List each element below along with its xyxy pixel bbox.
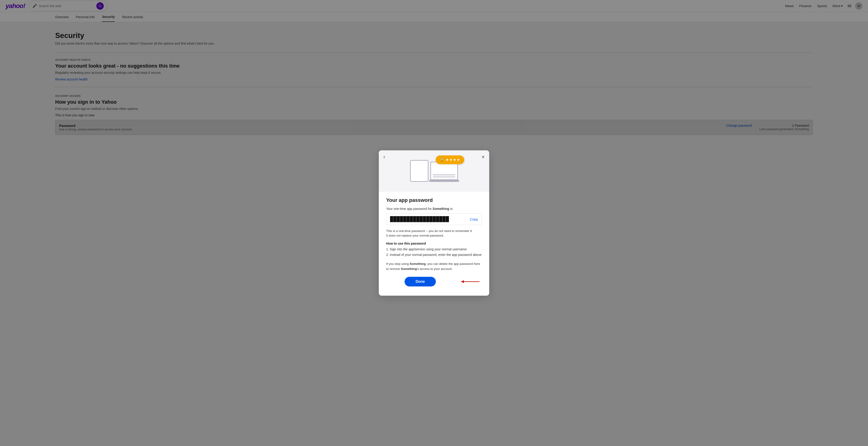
how-to-step-2: 2. Instead of your normal password, ente… <box>386 252 482 258</box>
svg-marker-1 <box>461 280 464 283</box>
modal-title: Your app password <box>386 197 482 203</box>
lock-icon: 🔒 <box>439 157 444 162</box>
modal-header-illustration: 🔒 ★★★★ <box>379 150 489 192</box>
delete-notice: If you stop using Something, you can del… <box>386 261 482 271</box>
how-to-step-1: 1. Sign into the app/service using your … <box>386 247 482 252</box>
app-password-modal: 🔒 ★★★★ ‹ × Your app password Your one-ti… <box>379 150 489 296</box>
copy-button[interactable]: Copy <box>470 217 478 221</box>
device-illustration: 🔒 ★★★★ <box>410 160 458 182</box>
password-mask: ██████████████████ <box>390 216 470 222</box>
one-time-notice: This is a one-time password -- you do no… <box>386 229 482 238</box>
delete-notice-suffix: 's access to your account. <box>417 267 453 270</box>
how-to-section: How to use this password 1. Sign into th… <box>386 242 482 258</box>
delete-notice-prefix: If you stop using <box>386 262 410 265</box>
laptop-base <box>429 180 459 182</box>
done-button[interactable]: Done <box>405 277 436 286</box>
modal-desc-suffix: is: <box>449 207 453 211</box>
modal-app-desc: Your one-time app password for Something… <box>386 207 482 211</box>
laptop-icon: 🔒 ★★★★ <box>430 162 458 182</box>
tablet-icon <box>410 160 429 182</box>
bubble-stars: ★★★★ <box>446 158 460 162</box>
modal-body: Your app password Your one-time app pass… <box>379 192 489 286</box>
laptop-screen: 🔒 ★★★★ <box>430 162 458 180</box>
modal-app-name: Something <box>433 207 449 211</box>
modal-close-button[interactable]: × <box>482 154 485 160</box>
delete-notice-app: Something <box>410 262 426 265</box>
password-display: ██████████████████ Copy <box>386 213 482 225</box>
modal-back-button[interactable]: ‹ <box>383 154 385 160</box>
red-arrow-annotation <box>459 278 482 285</box>
delete-notice-app2: Something <box>401 267 417 270</box>
how-to-title: How to use this password <box>386 242 482 245</box>
modal-desc-prefix: Your one-time app password for <box>386 207 433 211</box>
done-row: Done <box>386 277 482 286</box>
speech-bubble: 🔒 ★★★★ <box>436 155 464 164</box>
modal-overlay[interactable]: 🔒 ★★★★ ‹ × Your app password Your one-ti… <box>0 0 868 446</box>
